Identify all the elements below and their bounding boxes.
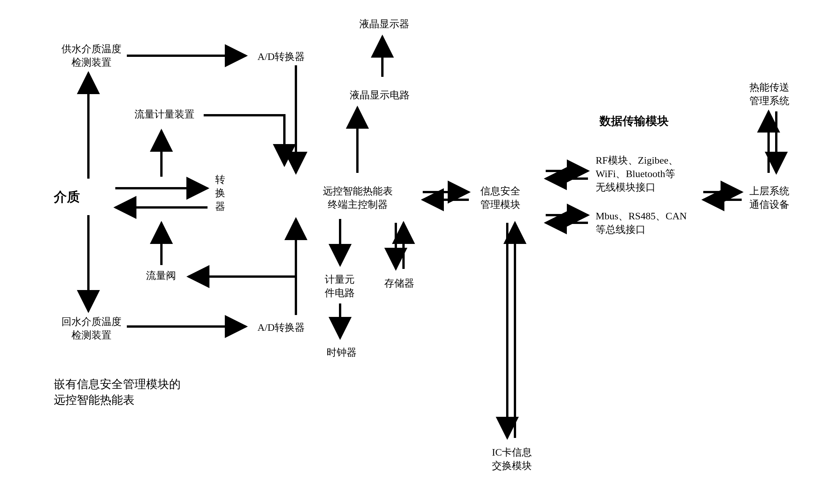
node-flow-meter: 流量计量装置 <box>135 108 194 121</box>
node-lcd-circuit: 液晶显示电路 <box>350 88 410 102</box>
node-lcd-display: 液晶显示器 <box>359 17 409 31</box>
node-adc-bottom: A/D转换器 <box>257 321 305 334</box>
node-flow-valve: 流量阀 <box>146 269 176 282</box>
node-metering-ic: 计量元 件电路 <box>325 273 355 300</box>
diagram-canvas: 介质 供水介质温度 检测装置 回水介质温度 检测装置 流量计量装置 流量阀 转 … <box>0 0 827 504</box>
node-ic-card: IC卡信息 交换模块 <box>492 446 532 472</box>
node-data-title: 数据传输模块 <box>599 113 669 129</box>
node-mgmt-sys: 热能传送 管理系统 <box>749 81 789 108</box>
node-rotor: 转 换 器 <box>215 173 225 213</box>
node-adc-top: A/D转换器 <box>257 50 305 63</box>
node-supply-temp: 供水介质温度 检测装置 <box>61 42 121 69</box>
node-controller: 远控智能热能表 终端主控制器 <box>323 184 393 211</box>
node-medium: 介质 <box>54 188 80 206</box>
node-wired: Mbus、RS485、CAN 等总线接口 <box>596 209 687 236</box>
arrows-layer <box>0 0 827 504</box>
node-storage: 存储器 <box>384 277 414 290</box>
node-security: 信息安全 管理模块 <box>480 184 520 211</box>
node-wireless: RF模块、Zigibee、 WiFi、Bluetooth等 无线模块接口 <box>596 154 678 194</box>
node-upper-comm: 上层系统 通信设备 <box>749 184 789 211</box>
node-return-temp: 回水介质温度 检测装置 <box>61 315 121 342</box>
node-clock: 时钟器 <box>327 346 357 359</box>
caption: 嵌有信息安全管理模块的 远控智能热能表 <box>54 376 181 408</box>
